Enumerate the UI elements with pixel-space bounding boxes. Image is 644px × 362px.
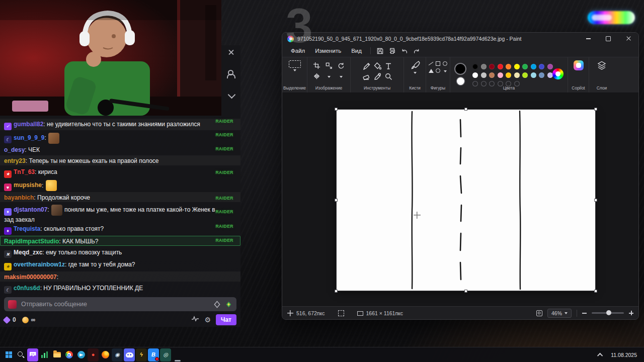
color-picker-icon[interactable] [373,72,381,80]
hidden-icons-chevron[interactable] [597,352,603,358]
chat-username[interactable]: mupsishe [14,182,45,189]
copilot-icon[interactable] [574,60,584,70]
zoom-dropdown[interactable]: 46% [547,309,572,318]
save-icon[interactable] [375,46,386,55]
layers-icon[interactable] [597,60,607,70]
secondary-color-swatch[interactable] [457,77,464,85]
chat-username[interactable]: djstanton07 [14,206,51,213]
bits-icon[interactable] [213,301,221,308]
chat-username[interactable]: maksim000000007 [4,274,58,281]
palette-color[interactable] [539,64,544,69]
chat-identity-icon[interactable] [8,300,17,309]
rotate-icon[interactable] [337,62,345,69]
palette-color[interactable] [472,64,478,69]
chat-username[interactable]: Trequista [14,225,44,232]
resize-handle-se[interactable] [594,290,597,293]
channel-gem-icon[interactable] [3,316,11,324]
tray-date[interactable]: 11.08.2025 [611,352,637,358]
emote-menu-icon[interactable] [225,301,232,308]
palette-color[interactable] [498,64,503,69]
chat-viewers-icon[interactable] [226,68,236,78]
shapes-dropdown-chevron[interactable] [444,70,447,72]
palette-empty-slot[interactable] [498,81,503,86]
chat-input[interactable] [20,300,209,308]
palette-color[interactable] [547,64,553,69]
palette-empty-slot[interactable] [472,81,478,86]
selection-tool-icon[interactable] [289,60,301,68]
palette-color[interactable] [481,72,487,78]
palette-color[interactable] [506,72,511,78]
print-icon[interactable] [387,46,398,55]
text-tool-icon[interactable] [384,62,392,70]
image-dropdown-chevron-1[interactable] [328,76,331,78]
menu-view[interactable]: Вид [347,46,366,55]
palette-color[interactable] [481,64,487,69]
palette-color[interactable] [498,72,503,78]
selection-dropdown-chevron[interactable] [293,69,296,71]
steam-icon[interactable]: ◉ [112,348,123,361]
chat-close-icon[interactable] [226,47,236,57]
redo-icon[interactable] [411,46,422,55]
minimize-button[interactable] [578,33,598,45]
start-button[interactable] [3,348,14,361]
bolt-app-icon[interactable]: ϟ [136,348,147,361]
palette-color[interactable] [514,64,520,69]
chat-collapse-chevron-icon[interactable] [226,89,236,100]
palette-color[interactable] [539,72,544,78]
resize-icon[interactable] [325,62,333,69]
palette-color[interactable] [489,72,495,78]
magnifier-icon[interactable] [384,72,392,80]
palette-color[interactable] [522,64,528,69]
chat-send-button[interactable]: Чат [216,314,236,325]
brush-icon[interactable] [410,60,420,70]
zoom-slider-thumb[interactable] [606,310,611,315]
obs-icon[interactable]: ◎ [160,348,171,361]
chat-username[interactable]: Meqd_zxc [14,249,46,256]
undo-icon[interactable] [399,46,410,55]
chat-username[interactable]: c0nfus6d [14,285,43,292]
palette-empty-slot[interactable] [481,81,487,86]
zoom-fit-icon[interactable] [536,310,542,316]
shape-ellipse[interactable] [443,61,447,66]
paint-canvas[interactable] [337,110,595,291]
resize-handle-s[interactable] [464,290,467,293]
file-explorer-icon[interactable] [51,348,62,361]
browser-red-icon[interactable]: ● [88,348,99,361]
firefox-icon[interactable] [100,348,111,361]
resize-handle-ne[interactable] [594,108,597,111]
palette-color[interactable] [472,72,478,78]
shape-line[interactable] [429,62,434,65]
palette-color[interactable] [522,72,528,78]
flip-icon[interactable] [313,72,320,80]
resize-handle-sw[interactable] [335,290,338,293]
palette-empty-slot[interactable] [489,81,495,86]
messenger-icon[interactable]: B [148,348,159,361]
resize-handle-n[interactable] [464,108,467,111]
resize-handle-w[interactable] [335,199,338,202]
palette-color[interactable] [547,72,553,78]
chat-username[interactable]: gumball82 [14,121,47,128]
resize-handle-e[interactable] [594,199,597,202]
chat-username[interactable]: bayanbich [4,194,37,201]
channel-points-icon[interactable] [22,317,29,323]
telegram-icon[interactable] [75,348,87,361]
palette-color[interactable] [514,72,520,78]
palette-color[interactable] [531,72,536,78]
maximize-button[interactable] [598,33,618,45]
palette-color[interactable] [489,64,495,69]
fill-bucket-icon[interactable] [373,62,381,70]
chat-username[interactable]: o_desy [4,146,28,153]
menu-edit[interactable]: Изменить [310,46,346,55]
palette-color[interactable] [531,64,536,69]
zoom-in-icon[interactable] [629,311,633,315]
twitch-icon[interactable] [27,348,38,361]
chat-username[interactable]: RapidImpactStudio [4,238,62,245]
zoom-out-icon[interactable] [582,313,587,314]
settings-gear-icon[interactable]: ⚙ [204,316,211,324]
primary-color-swatch[interactable] [455,64,465,74]
palette-color[interactable] [506,64,511,69]
chrome-icon[interactable] [63,348,74,361]
chat-username[interactable]: sun_9_9_9 [14,134,48,141]
shape-rectangle[interactable] [436,61,440,66]
paint-taskbar-icon[interactable] [172,348,183,361]
